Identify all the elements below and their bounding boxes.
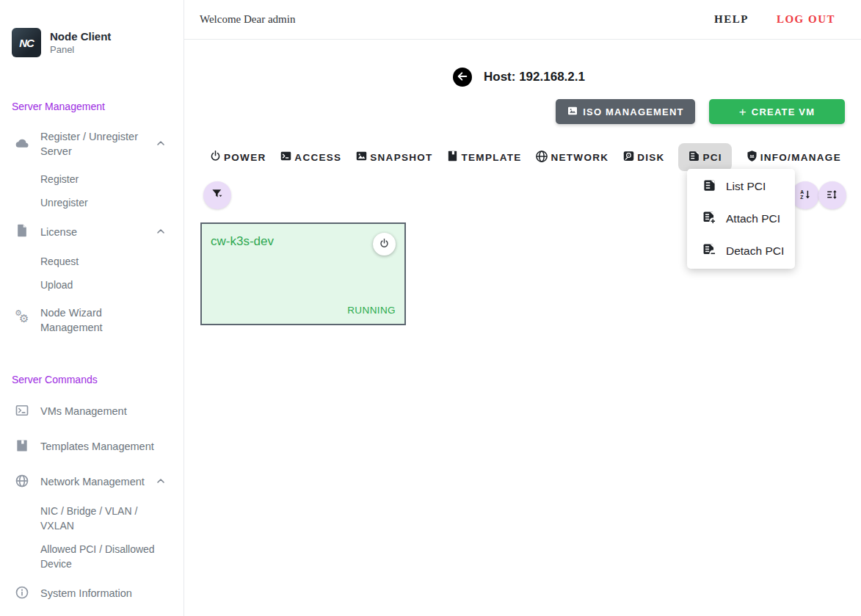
- image-icon: [567, 105, 578, 119]
- sidebar-item-network-management[interactable]: Network Management: [0, 474, 184, 492]
- sidebar-item-nic-bridge-vlan-vxlan[interactable]: NIC / Bridge / VLAN / VXLAN: [40, 504, 161, 533]
- tab-access[interactable]: ACCESS: [280, 143, 341, 171]
- sidebar-item-label: Network Management: [40, 474, 158, 489]
- menu-item-label: List PCI: [726, 180, 766, 193]
- sidebar-item-register[interactable]: Register: [40, 172, 161, 186]
- pci-icon: [702, 178, 716, 195]
- iso-management-label: ISO MANAGEMENT: [583, 106, 683, 117]
- globe-icon: [15, 474, 29, 488]
- disk-icon: [622, 150, 635, 164]
- sidebar-item-label: License: [40, 225, 152, 239]
- topbar-links: HELP LOG OUT: [714, 13, 835, 26]
- vm-name: cw-k3s-dev: [211, 234, 274, 249]
- tab-label: INFO/MANAGE: [760, 152, 841, 163]
- menu-item-detach-pci[interactable]: Detach PCI: [687, 235, 795, 267]
- globe-icon: [535, 150, 548, 165]
- brand: NC Node Client Panel: [12, 28, 111, 57]
- sidebar-item-system-information[interactable]: System Information: [0, 586, 184, 604]
- welcome-message: Welcome Dear admin: [200, 13, 295, 26]
- image-icon: [355, 150, 368, 164]
- sort-alpha-icon: AZ: [799, 188, 812, 203]
- tab-power[interactable]: POWER: [209, 143, 266, 171]
- sidebar: NC Node Client Panel Server Management R…: [0, 0, 184, 616]
- arrow-left-icon: [457, 70, 468, 84]
- tab-network[interactable]: NETWORK: [535, 143, 608, 172]
- svg-text:Z: Z: [800, 195, 803, 200]
- tab-label: DISK: [637, 152, 664, 163]
- vm-status-badge: RUNNING: [347, 305, 396, 316]
- tab-label: TEMPLATE: [461, 152, 521, 163]
- app-window: NC Node Client Panel Server Management R…: [0, 0, 861, 616]
- tab-pci[interactable]: PCI: [678, 143, 731, 171]
- sidebar-item-allowed-pci-disallowed-device[interactable]: Allowed PCI / Disallowed Device: [40, 542, 161, 571]
- terminal-icon: [280, 150, 292, 164]
- topbar: Welcome Dear admin HELP LOG OUT: [184, 0, 861, 40]
- pci-remove-icon: [702, 243, 716, 260]
- sidebar-item-label: System Information: [40, 586, 165, 601]
- tab-template[interactable]: TEMPLATE: [446, 143, 521, 171]
- section-title-server-management: Server Management: [12, 101, 105, 112]
- pci-dropdown-menu: List PCI Attach PCI Detach PCI: [687, 169, 795, 269]
- sidebar-item-license[interactable]: License: [0, 225, 184, 242]
- sidebar-item-node-wizard-management[interactable]: ⚙⚙ Node Wizard Management: [0, 305, 184, 341]
- cloud-icon: [15, 136, 29, 151]
- file-icon: [15, 223, 29, 238]
- sidebar-item-register-unregister-server[interactable]: Register / Unregister Server: [0, 129, 184, 164]
- brand-text: Node Client Panel: [50, 30, 111, 55]
- tab-label: SNAPSHOT: [370, 152, 432, 163]
- tab-label: ACCESS: [294, 152, 341, 163]
- sort-amount-icon: [826, 188, 839, 203]
- main-content: Host: 192.168.2.1 ISO MANAGEMENT + CREAT…: [184, 40, 861, 616]
- filter-funnel-icon: [211, 187, 225, 203]
- create-vm-label: CREATE VM: [752, 106, 815, 117]
- sort-amount-button[interactable]: [818, 181, 846, 209]
- vm-card[interactable]: cw-k3s-dev RUNNING: [200, 222, 406, 325]
- menu-item-label: Attach PCI: [726, 212, 780, 225]
- tab-label: PCI: [702, 152, 722, 163]
- template-icon: [15, 438, 29, 453]
- brand-subtitle: Panel: [50, 44, 111, 55]
- chevron-up-icon[interactable]: [155, 225, 167, 237]
- sidebar-item-templates-management[interactable]: Templates Management: [0, 439, 184, 457]
- menu-item-list-pci[interactable]: List PCI: [687, 170, 795, 203]
- power-icon: [209, 150, 222, 164]
- plus-icon: +: [739, 106, 747, 118]
- info-icon: [15, 585, 29, 600]
- sidebar-item-label: Node Wizard Management: [40, 305, 128, 335]
- filter-button[interactable]: [203, 181, 231, 209]
- sidebar-item-request[interactable]: Request: [40, 254, 161, 269]
- create-vm-button[interactable]: + CREATE VM: [709, 99, 845, 124]
- tab-info-manage[interactable]: INFO/MANAGE: [746, 143, 841, 171]
- power-icon: [379, 238, 390, 251]
- sort-alphabetical-button[interactable]: AZ: [791, 181, 819, 209]
- template-icon: [446, 150, 459, 164]
- pci-icon: [688, 150, 700, 164]
- shield-icon: [746, 150, 758, 164]
- pci-add-icon: [702, 211, 716, 228]
- vm-action-tabs: POWER ACCESS SNAPSHOT TEMPLATE: [209, 144, 841, 170]
- brand-name: Node Client: [50, 30, 111, 43]
- sidebar-item-vms-management[interactable]: VMs Management: [0, 404, 184, 421]
- chevron-up-icon[interactable]: [155, 137, 167, 149]
- iso-management-button[interactable]: ISO MANAGEMENT: [556, 99, 695, 124]
- menu-item-attach-pci[interactable]: Attach PCI: [687, 203, 795, 235]
- chevron-up-icon[interactable]: [155, 475, 167, 487]
- sidebar-item-label: Register / Unregister Server: [40, 129, 152, 159]
- sidebar-item-unregister[interactable]: Unregister: [40, 195, 161, 210]
- brand-logo: NC: [12, 28, 41, 57]
- help-link[interactable]: HELP: [714, 13, 749, 26]
- svg-text:A: A: [800, 189, 804, 194]
- host-title: Host: 192.168.2.1: [484, 70, 585, 84]
- sidebar-item-label: Templates Management: [40, 439, 165, 454]
- logout-link[interactable]: LOG OUT: [777, 13, 835, 26]
- vm-power-button[interactable]: [373, 233, 396, 256]
- menu-item-label: Detach PCI: [726, 244, 784, 258]
- sidebar-item-label: VMs Management: [40, 404, 158, 418]
- tab-disk[interactable]: DISK: [622, 143, 664, 171]
- tab-snapshot[interactable]: SNAPSHOT: [355, 143, 432, 171]
- sidebar-item-upload[interactable]: Upload: [40, 278, 161, 292]
- tab-label: POWER: [224, 152, 266, 163]
- back-button[interactable]: [453, 68, 472, 87]
- tab-label: NETWORK: [551, 152, 608, 163]
- section-title-server-commands: Server Commands: [12, 374, 98, 385]
